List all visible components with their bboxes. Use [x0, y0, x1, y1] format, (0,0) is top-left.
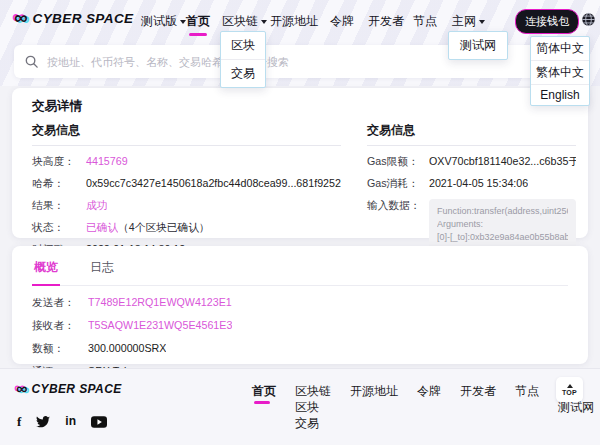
- chevron-down-icon: [261, 20, 267, 24]
- status-row: 状态： 已确认 （4个区块已确认）: [32, 221, 341, 234]
- status-label: 状态：: [32, 221, 86, 234]
- tx-info-right-column: 交易信息 Gas限额： OXV70cbf181140e32...c6b35于交易…: [367, 122, 576, 263]
- active-underline: [254, 401, 270, 404]
- blockchain-dropdown-menu: 区块 交易: [220, 31, 266, 88]
- nav-item-home[interactable]: 首页: [186, 13, 210, 36]
- tx-info-left-column: 交易信息 块高度： 4415769 哈希： 0x59cc7c3427e14506…: [32, 122, 341, 263]
- nav-home-label: 首页: [186, 14, 210, 28]
- footer-col-node: 节点: [515, 383, 539, 431]
- input-data-arguments: Arguments:: [437, 218, 568, 231]
- footer-col-token: 令牌: [417, 383, 441, 431]
- facebook-icon[interactable]: f: [17, 415, 21, 428]
- gas-limit-row: Gas限额： OXV70cbf181140e32...c6b35于交易: [367, 155, 576, 168]
- brand-logo[interactable]: ∞ CYBER SPACE: [14, 8, 133, 28]
- result-value: 成功: [86, 199, 107, 212]
- footer-nav-home[interactable]: 首页: [252, 383, 276, 399]
- gas-limit-label: Gas限额：: [367, 155, 429, 168]
- youtube-icon[interactable]: [91, 416, 107, 428]
- input-data-label: 输入数据：: [367, 199, 429, 212]
- nav-token-label: 令牌: [330, 14, 354, 28]
- footer-col-blockchain: 区块链 区块 交易: [295, 383, 331, 431]
- footer-nav-developer[interactable]: 开发者: [460, 383, 496, 399]
- menu-item-transaction[interactable]: 交易: [221, 59, 265, 87]
- sender-address-link[interactable]: T7489E12RQ1EWQW4123E1: [88, 296, 232, 309]
- footer-nav: 首页 区块链 区块 交易 开源地址 令牌 开发者 节点 主网 测试网: [252, 383, 594, 431]
- footer-nav-node[interactable]: 节点: [515, 383, 539, 399]
- tab-overview[interactable]: 概览: [32, 255, 60, 286]
- linkedin-icon[interactable]: in: [65, 415, 76, 428]
- input-data-function: Function:transfer(address,uint256): [437, 205, 568, 218]
- footer-nav-opensource[interactable]: 开源地址: [350, 383, 398, 399]
- brand-name: CYBER SPACE: [31, 382, 121, 396]
- top-navbar: ∞ CYBER SPACE 测试版 首页 区块链 开源地址 令牌 开发者 节点 …: [0, 0, 600, 40]
- menu-item-block[interactable]: 区块: [221, 32, 265, 59]
- status-confirmations: （4个区块已确认）: [118, 221, 209, 234]
- footer-nav-transaction[interactable]: 交易: [295, 415, 331, 431]
- block-height-label: 块高度：: [32, 155, 86, 168]
- social-links: f in: [17, 415, 107, 428]
- version-dropdown[interactable]: 测试版: [141, 13, 186, 30]
- nav-item-developer[interactable]: 开发者: [368, 13, 404, 30]
- infinity-logo-icon: ∞: [16, 380, 27, 397]
- brand-name: CYBER SPACE: [33, 11, 134, 26]
- nav-item-opensource[interactable]: 开源地址: [270, 13, 318, 30]
- amount-row: 数额： 300.000000SRX: [32, 342, 568, 355]
- nav-opensource-label: 开源地址: [270, 14, 318, 28]
- tab-logs[interactable]: 日志: [88, 255, 116, 285]
- language-dropdown-menu: 简体中文 繁体中文 English: [530, 36, 590, 106]
- amount-value: 300.000000SRX: [88, 342, 166, 355]
- menu-item-testnet[interactable]: 测试网: [460, 37, 496, 54]
- gas-used-row: Gas消耗： 2021-04-05 15:34:06: [367, 177, 576, 190]
- hash-label: 哈希：: [32, 177, 86, 190]
- page: ∞ CYBER SPACE 测试版 首页 区块链 开源地址 令牌 开发者 节点 …: [0, 0, 600, 445]
- active-underline: [189, 33, 207, 36]
- chevron-down-icon: [479, 20, 485, 24]
- nav-item-blockchain[interactable]: 区块链: [222, 13, 267, 30]
- receiver-row: 接收者： T5SAQW1E231WQ5E4561E3: [32, 319, 568, 332]
- infinity-logo-icon: ∞: [14, 8, 28, 28]
- nav-mainnet-label: 主网: [452, 14, 476, 28]
- nav-item-mainnet[interactable]: 主网: [452, 13, 485, 30]
- footer-nav-token[interactable]: 令牌: [417, 383, 441, 399]
- version-label: 测试版: [141, 14, 177, 28]
- hash-value: 0x59cc7c3427e1450618a2fbc44d08cea99...68…: [86, 177, 341, 190]
- transaction-detail-card: 交易详情 交易信息 块高度： 4415769 哈希： 0x59cc7c3427e…: [12, 88, 588, 238]
- language-globe-icon[interactable]: [581, 12, 596, 27]
- menu-item-english[interactable]: English: [531, 84, 589, 105]
- footer-logo[interactable]: ∞ CYBER SPACE: [16, 380, 122, 397]
- nav-developer-label: 开发者: [368, 14, 404, 28]
- footer: ∞ CYBER SPACE f in 首页: [0, 368, 600, 445]
- top-label: TOP: [562, 389, 577, 396]
- gas-used-value: 2021-04-05 15:34:06: [429, 177, 528, 190]
- footer-col-opensource: 开源地址: [350, 383, 398, 431]
- menu-item-simplified-chinese[interactable]: 简体中文: [531, 37, 589, 60]
- tab-bar: 概览 日志: [32, 246, 568, 286]
- receiver-address-link[interactable]: T5SAQW1E231WQ5E4561E3: [88, 319, 232, 332]
- result-label: 结果：: [32, 199, 86, 212]
- nav-item-node[interactable]: 节点: [413, 13, 437, 30]
- footer-nav-blockchain[interactable]: 区块链: [295, 383, 331, 399]
- back-to-top-button[interactable]: TOP: [556, 377, 583, 402]
- overview-card: 概览 日志 发送者： T7489E12RQ1EWQW4123E1 接收者： T5…: [12, 246, 588, 364]
- search-icon: [24, 54, 39, 69]
- sender-row: 发送者： T7489E12RQ1EWQW4123E1: [32, 296, 568, 309]
- nav-node-label: 节点: [413, 14, 437, 28]
- menu-item-traditional-chinese[interactable]: 繁体中文: [531, 60, 589, 84]
- tx-info-heading: 交易信息: [367, 122, 576, 146]
- tx-info-heading: 交易信息: [32, 122, 341, 146]
- connect-wallet-button[interactable]: 连接钱包: [515, 9, 579, 34]
- nav-item-token[interactable]: 令牌: [330, 13, 354, 30]
- footer-nav-block[interactable]: 区块: [295, 399, 331, 415]
- footer-col-developer: 开发者: [460, 383, 496, 431]
- network-dropdown-menu: 测试网: [448, 31, 508, 60]
- twitter-icon[interactable]: [36, 416, 50, 428]
- arrow-up-icon: [567, 384, 573, 388]
- receiver-label: 接收者：: [32, 319, 88, 332]
- page-title: 交易详情: [32, 98, 576, 115]
- input-data-arg0: [0]-[_to]:0xb32e9a84ae0b55b8ab715e4ac793…: [437, 231, 568, 244]
- nav-blockchain-label: 区块链: [222, 14, 258, 28]
- amount-label: 数额：: [32, 342, 88, 355]
- gas-limit-value: OXV70cbf181140e32...c6b35于交易: [429, 155, 576, 168]
- block-height-link[interactable]: 4415769: [86, 155, 128, 168]
- gas-used-label: Gas消耗：: [367, 177, 429, 190]
